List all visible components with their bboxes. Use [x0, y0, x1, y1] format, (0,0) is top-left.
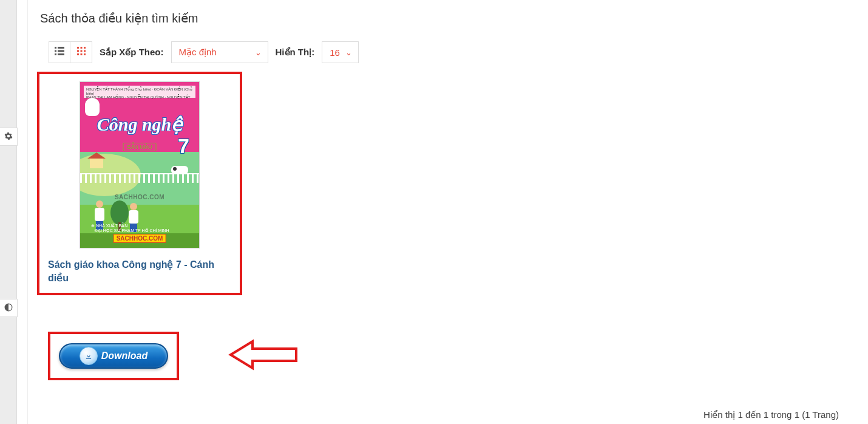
- cover-watermark: SACHHOC.COM: [115, 194, 164, 200]
- annotation-arrow-icon: [228, 337, 301, 375]
- contrast-icon: [4, 303, 13, 313]
- svg-rect-2: [58, 47, 64, 49]
- svg-rect-14: [80, 53, 82, 55]
- svg-rect-12: [84, 50, 86, 52]
- svg-rect-13: [77, 53, 79, 55]
- svg-rect-1: [55, 47, 56, 49]
- contrast-button[interactable]: [0, 299, 18, 317]
- svg-rect-7: [77, 47, 79, 49]
- gear-icon: [4, 132, 13, 142]
- show-label: Hiển Thị:: [276, 47, 315, 58]
- svg-rect-8: [80, 47, 82, 49]
- chevron-down-icon: ⌄: [255, 48, 262, 57]
- book-cover: NGUYỄN TẤT THÀNH (Tổng Chủ biên) · ĐOÀN …: [80, 81, 200, 248]
- grid-icon: [77, 47, 86, 58]
- view-toggle: [49, 41, 92, 63]
- svg-rect-4: [58, 50, 64, 52]
- settings-button[interactable]: [0, 128, 18, 146]
- show-select[interactable]: 16 ⌄: [322, 41, 359, 63]
- svg-rect-16: [86, 358, 91, 359]
- results-toolbar: Sắp Xếp Theo: Mặc định ⌄ Hiển Thị: 16 ⌄: [49, 41, 844, 63]
- sort-select[interactable]: Mặc định ⌄: [171, 41, 268, 63]
- list-icon: [55, 47, 64, 58]
- chevron-down-icon: ⌄: [345, 48, 352, 57]
- svg-rect-15: [84, 53, 86, 55]
- svg-rect-3: [55, 50, 56, 52]
- view-list-button[interactable]: [49, 41, 70, 63]
- cover-grade: 7: [178, 134, 189, 158]
- side-rail: [0, 0, 17, 424]
- svg-rect-11: [80, 50, 82, 52]
- download-label: Download: [101, 350, 147, 361]
- cover-authors: NGUYỄN TẤT THÀNH (Tổng Chủ biên) · ĐOÀN …: [84, 86, 195, 98]
- download-highlight-box: Download: [48, 332, 179, 380]
- cover-subject: Công nghệ: [80, 114, 199, 135]
- pagination-info: Hiển thị 1 đến 1 trong 1 (1 Trang): [704, 409, 839, 420]
- svg-rect-6: [58, 53, 64, 55]
- download-button[interactable]: Download: [59, 343, 168, 369]
- sort-label: Sắp Xếp Theo:: [100, 47, 164, 58]
- download-arrow-icon: [80, 347, 98, 365]
- svg-rect-10: [77, 50, 79, 52]
- product-highlight-box: NGUYỄN TẤT THÀNH (Tổng Chủ biên) · ĐOÀN …: [37, 72, 242, 295]
- svg-rect-9: [84, 47, 86, 49]
- svg-rect-5: [55, 53, 56, 55]
- cover-tag: BẢN MẪU: [123, 143, 157, 151]
- view-grid-button[interactable]: [70, 41, 92, 63]
- show-value: 16: [330, 47, 340, 58]
- main-content: Sách thỏa điều kiện tìm kiếm Sắp Xếp The…: [27, 0, 856, 424]
- product-title: Sách giáo khoa Công nghệ 7 - Cánh diều: [48, 258, 231, 284]
- product-card[interactable]: NGUYỄN TẤT THÀNH (Tổng Chủ biên) · ĐOÀN …: [48, 81, 231, 284]
- page-heading: Sách thỏa điều kiện tìm kiếm: [40, 11, 844, 26]
- sort-value: Mặc định: [179, 47, 217, 58]
- cover-publisher: ⊕ NHÀ XUẤT BẢN ĐẠI HỌC SƯ PHẠM TP HỒ CHÍ…: [91, 224, 169, 233]
- cover-watermark-badge: SACHHOC.COM: [114, 234, 166, 243]
